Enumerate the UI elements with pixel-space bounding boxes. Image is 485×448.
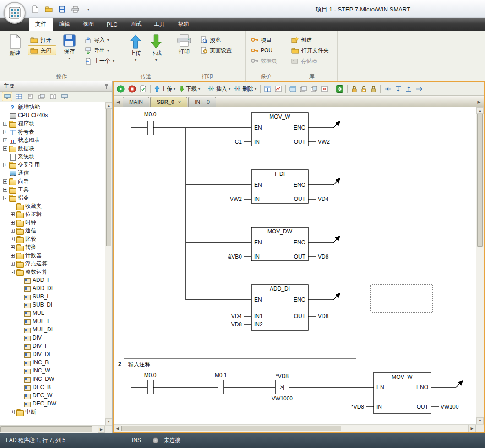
tree-item[interactable]: CPU CR40s (0, 111, 105, 119)
tab-scroll-left-icon[interactable]: ◀ (114, 97, 122, 107)
library-memory-button[interactable]: 存储器 (289, 56, 331, 66)
editor-scroll-up-icon[interactable]: ▲ (476, 107, 484, 114)
tree-item[interactable]: ADD_DI (0, 284, 105, 292)
tree-item[interactable]: INC_W (0, 367, 105, 375)
menu-help[interactable]: 帮助 (171, 17, 195, 31)
tree-item[interactable]: SUB_I (0, 292, 105, 301)
tree-expander-icon[interactable]: + (11, 212, 15, 216)
tree-expander-icon[interactable]: + (11, 237, 15, 241)
compile-button[interactable] (138, 84, 148, 94)
tree-item[interactable]: MUL_DI (0, 325, 105, 334)
run-button[interactable] (115, 84, 126, 94)
tree-expander-icon[interactable]: + (11, 229, 15, 233)
editor-hscroll-thumb[interactable] (121, 426, 341, 431)
menu-debug[interactable]: 调试 (124, 17, 147, 31)
wire-across-icon[interactable] (414, 84, 424, 94)
tree-hscroll-thumb[interactable] (0, 426, 92, 432)
quick-print-button[interactable] (70, 4, 81, 15)
tab-int0[interactable]: INT_0 (188, 97, 216, 107)
tree-item[interactable]: +工具 (0, 185, 105, 194)
editor-horizontal-scrollbar[interactable]: ◀ ▶ (114, 424, 484, 432)
stop-button[interactable] (127, 84, 137, 94)
tree-item[interactable]: +中断 (0, 408, 105, 416)
page-view-icon[interactable] (25, 92, 35, 101)
pin-icon[interactable] (104, 83, 109, 89)
menu-view[interactable]: 视图 (76, 17, 100, 31)
tree-item[interactable]: +数据块 (0, 144, 105, 152)
tree-item[interactable]: DEC_W (0, 391, 105, 399)
tree-item[interactable]: MUL_I (0, 317, 105, 325)
branch-down-icon[interactable] (393, 84, 403, 94)
quick-save-button[interactable] (56, 4, 67, 15)
tree-item[interactable]: 新增功能 (0, 103, 105, 111)
tree-item[interactable]: DEC_B (0, 383, 105, 391)
go-to-icon[interactable] (334, 84, 345, 94)
stack-view-icon[interactable] (36, 92, 47, 101)
new-button[interactable]: 新建 (3, 32, 27, 73)
previous-button[interactable]: 上一个 ▾ (82, 56, 120, 66)
tree-item[interactable]: +状态图表 (0, 136, 105, 144)
tree-expander-icon[interactable]: + (11, 221, 15, 225)
window-icon[interactable] (288, 84, 298, 94)
tree-item[interactable]: SUB_DI (0, 301, 105, 309)
close-button[interactable]: 关闭 (28, 45, 56, 55)
ladder-canvas[interactable]: M0.0 MOV_W EN (114, 107, 476, 424)
new-window-icon[interactable] (299, 84, 308, 94)
contact-m0-1[interactable]: M0.1 (215, 372, 227, 394)
tree-item[interactable]: -整数运算 (0, 268, 105, 276)
block-i-di[interactable]: I_DI EN ENO IN OUT VW2 VD4 (230, 170, 329, 203)
tree-expander-icon[interactable]: + (3, 122, 7, 126)
tree-item[interactable]: 通信 (0, 169, 105, 177)
lock-add-icon[interactable] (360, 84, 368, 94)
upload-dropdown-arrow-icon[interactable]: ▾ (135, 58, 136, 62)
preview-button[interactable]: 预览 (198, 35, 240, 45)
tree-expander-icon[interactable]: + (11, 410, 15, 414)
export-button[interactable]: 导出 ▾ (82, 45, 120, 55)
tree-item[interactable]: 系统块 (0, 152, 105, 161)
delete-button[interactable]: 删除 ▾ (233, 84, 258, 94)
branch-right-icon[interactable] (383, 84, 392, 94)
tree-expander-icon[interactable]: - (3, 196, 7, 200)
tree-item[interactable]: INC_DW (0, 375, 105, 383)
tree-expander-icon[interactable]: + (3, 188, 7, 192)
tab-scroll-right-icon[interactable]: ▶ (475, 97, 483, 107)
editor-scroll-left-icon[interactable]: ◀ (114, 425, 121, 432)
save-button[interactable]: 保存 ▾ (58, 32, 81, 73)
tree-vertical-scrollbar[interactable]: ▲ ▼ (105, 102, 112, 425)
tree-item[interactable]: +时钟 (0, 218, 105, 227)
tree-item[interactable]: DIV_I (0, 342, 105, 350)
protect-project-button[interactable]: 项目 (249, 35, 279, 45)
tree-item[interactable]: DEC_DW (0, 399, 105, 408)
scroll-down-arrow-icon[interactable]: ▼ (105, 418, 112, 425)
tree-item[interactable]: +符号表 (0, 128, 105, 136)
editor-scroll-down-icon[interactable]: ▼ (476, 417, 484, 424)
upload-toolbar-button[interactable]: 上传 ▾ (153, 84, 177, 94)
selection-box[interactable] (371, 285, 432, 312)
download-toolbar-button[interactable]: 下载 ▾ (178, 84, 202, 94)
scroll-up-arrow-icon[interactable]: ▲ (105, 102, 112, 109)
tree-expander-icon[interactable]: + (3, 146, 7, 151)
tab-main[interactable]: MAIN (123, 97, 149, 107)
project-view-icon[interactable] (2, 92, 12, 101)
tab-sbr0[interactable]: SBR_0 × (150, 97, 187, 107)
wire-up-icon[interactable] (404, 84, 414, 94)
protect-pou-button[interactable]: POU (249, 45, 279, 55)
tree-item[interactable]: +计数器 (0, 251, 105, 259)
tree-item[interactable]: DIV (0, 334, 105, 342)
save-dropdown-arrow-icon[interactable]: ▾ (68, 56, 70, 60)
tree-item[interactable]: +程序块 (0, 119, 105, 128)
editor-vertical-scrollbar[interactable]: ▲ ▼ (476, 107, 484, 424)
import-button[interactable]: 导入 ▾ (82, 35, 120, 45)
print-button[interactable]: 打印 (172, 32, 196, 73)
tree-item[interactable]: +通信 (0, 227, 105, 235)
qat-customize-arrow-icon[interactable]: ▾ (87, 7, 89, 11)
quick-new-button[interactable] (30, 4, 41, 15)
close-window-icon[interactable] (320, 84, 329, 94)
tree-item[interactable]: ADD_I (0, 276, 105, 284)
quick-open-button[interactable] (43, 4, 54, 15)
block-mov-w[interactable]: MOV_W EN ENO IN OUT C1 VW2 (235, 113, 330, 146)
lock-icon[interactable] (350, 84, 359, 94)
tree-item[interactable]: +交叉引用 (0, 161, 105, 169)
tree-vscroll-thumb[interactable] (106, 109, 111, 246)
cascade-windows-icon[interactable] (309, 84, 319, 94)
